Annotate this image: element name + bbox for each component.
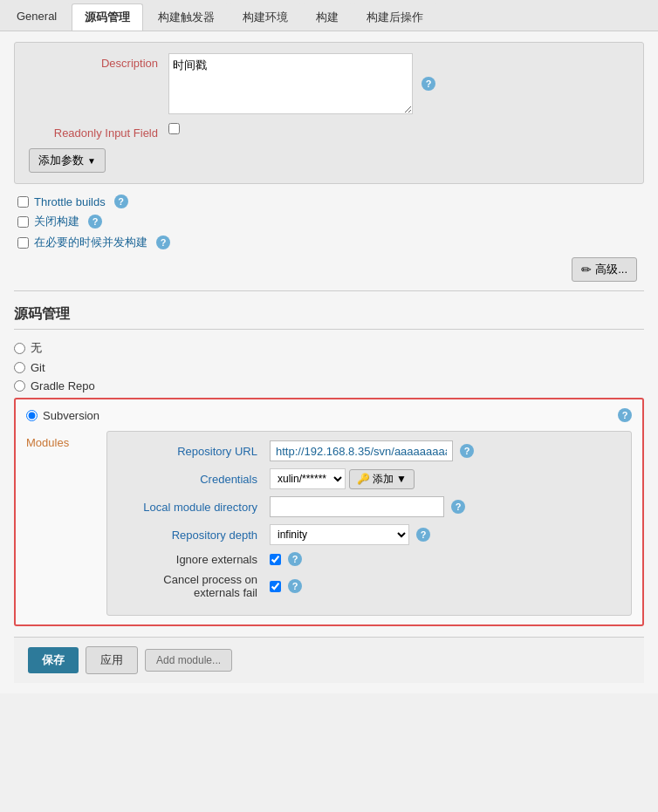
save-button[interactable]: 保存 (28, 647, 79, 673)
local-dir-row: Local module directory ? (118, 496, 620, 517)
tab-env[interactable]: 构建环境 (230, 3, 301, 31)
scm-git-row: Git (14, 361, 644, 374)
tab-triggers[interactable]: 构建触发器 (145, 3, 228, 31)
readonly-row: Readonly Input Field (29, 123, 629, 140)
add-param-button[interactable]: 添加参数 ▼ (29, 148, 106, 173)
readonly-label: Readonly Input Field (29, 123, 168, 140)
readonly-control (168, 123, 629, 134)
local-dir-input[interactable] (270, 496, 444, 517)
credentials-row: Credentials xulin/****** 🔑 添加 ▼ (118, 468, 620, 489)
dropdown-arrow-icon: ▼ (87, 156, 96, 166)
add-param-label: 添加参数 (38, 153, 84, 168)
description-textarea[interactable]: 时间戳 (168, 53, 413, 114)
scm-svn-label[interactable]: Subversion (43, 409, 99, 422)
necessary-help-icon[interactable]: ? (156, 235, 170, 249)
local-dir-help-icon[interactable]: ? (451, 500, 465, 514)
ignore-externals-checkbox[interactable] (270, 554, 281, 565)
tab-build[interactable]: 构建 (303, 3, 352, 31)
description-row: Description 时间戳 ? (29, 53, 629, 114)
scm-none-radio[interactable] (14, 343, 25, 354)
divider (14, 290, 644, 291)
local-dir-label: Local module directory (118, 501, 266, 514)
scm-gradle-row: Gradle Repo (14, 379, 644, 392)
modules-section: Modules Repository URL ? Credentials xul… (26, 431, 632, 616)
build-options: Throttle builds ? 关闭构建 ? 在必要的时候并发构建 ? (14, 194, 644, 250)
modules-inner: Repository URL ? Credentials xulin/*****… (106, 431, 632, 616)
add-credentials-button[interactable]: 🔑 添加 ▼ (349, 469, 415, 489)
subversion-header: Subversion ? (26, 408, 632, 422)
close-build-row: 关闭构建 ? (14, 214, 644, 229)
add-cred-arrow-icon: ▼ (396, 473, 407, 485)
pencil-icon: ✏ (581, 263, 592, 276)
scm-svn-radio[interactable] (26, 410, 38, 421)
main-content: Description 时间戳 ? Readonly Input Field 添… (0, 31, 658, 693)
tab-bar: General 源码管理 构建触发器 构建环境 构建 构建后操作 (0, 0, 658, 31)
repo-depth-select[interactable]: infinity empty files immediates (270, 524, 409, 545)
tab-general[interactable]: General (3, 3, 70, 31)
tab-post[interactable]: 构建后操作 (353, 3, 436, 31)
ignore-externals-row: Ignore externals ? (118, 552, 620, 566)
ignore-externals-label: Ignore externals (118, 553, 266, 566)
throttle-help-icon[interactable]: ? (114, 194, 128, 208)
description-control: 时间戳 ? (168, 53, 629, 114)
necessary-checkbox[interactable] (17, 237, 29, 249)
scm-gradle-label[interactable]: Gradle Repo (31, 379, 95, 392)
key-icon: 🔑 (357, 473, 370, 485)
close-checkbox[interactable] (17, 216, 29, 228)
tab-scm[interactable]: 源码管理 (72, 3, 143, 31)
readonly-checkbox[interactable] (168, 123, 180, 134)
necessary-label[interactable]: 在必要的时候并发构建 (34, 235, 147, 250)
modules-label: Modules (26, 431, 96, 616)
close-help-icon[interactable]: ? (88, 215, 102, 229)
subversion-label-row: Subversion (26, 409, 99, 422)
throttle-row: Throttle builds ? (14, 194, 644, 208)
close-label[interactable]: 关闭构建 (34, 214, 79, 229)
scm-git-radio[interactable] (14, 362, 25, 373)
scm-section: 源码管理 无 Git Gradle Repo Subversion ? (14, 305, 644, 626)
description-section: Description 时间戳 ? Readonly Input Field 添… (14, 42, 644, 184)
svn-help-icon[interactable]: ? (618, 408, 632, 422)
advanced-row: ✏ 高级... (14, 257, 644, 282)
repo-url-row: Repository URL ? (118, 440, 620, 461)
scm-title: 源码管理 (14, 305, 644, 330)
scm-git-label[interactable]: Git (31, 361, 45, 374)
apply-button[interactable]: 应用 (86, 646, 138, 674)
description-label: Description (29, 53, 168, 70)
throttle-checkbox[interactable] (17, 196, 29, 208)
repo-url-label: Repository URL (118, 445, 266, 458)
necessary-row: 在必要的时候并发构建 ? (14, 235, 644, 250)
advanced-button[interactable]: ✏ 高级... (572, 257, 637, 282)
credentials-select[interactable]: xulin/****** (270, 468, 346, 489)
cancel-externals-row: Cancel process on externals fail ? (118, 573, 620, 599)
bottom-bar: 保存 应用 Add module... (14, 637, 644, 683)
add-cred-label: 添加 (373, 472, 394, 487)
scm-gradle-radio[interactable] (14, 380, 25, 392)
scm-none-row: 无 (14, 340, 644, 356)
scm-none-label[interactable]: 无 (31, 340, 42, 356)
throttle-label[interactable]: Throttle builds (34, 195, 106, 208)
cancel-externals-checkbox[interactable] (270, 581, 281, 592)
subversion-box: Subversion ? Modules Repository URL ? (14, 398, 644, 626)
add-module-button[interactable]: Add module... (145, 649, 232, 672)
advanced-label: 高级... (595, 262, 627, 277)
cancel-externals-label: Cancel process on externals fail (118, 573, 266, 599)
repo-url-input[interactable] (270, 440, 453, 461)
repo-url-help-icon[interactable]: ? (460, 444, 474, 458)
credentials-label: Credentials (118, 473, 266, 486)
repo-depth-help-icon[interactable]: ? (416, 528, 430, 542)
ignore-externals-help-icon[interactable]: ? (288, 552, 302, 566)
description-help-icon[interactable]: ? (422, 77, 435, 91)
cancel-externals-help-icon[interactable]: ? (288, 579, 302, 593)
repo-depth-label: Repository depth (118, 529, 266, 542)
repo-depth-row: Repository depth infinity empty files im… (118, 524, 620, 545)
